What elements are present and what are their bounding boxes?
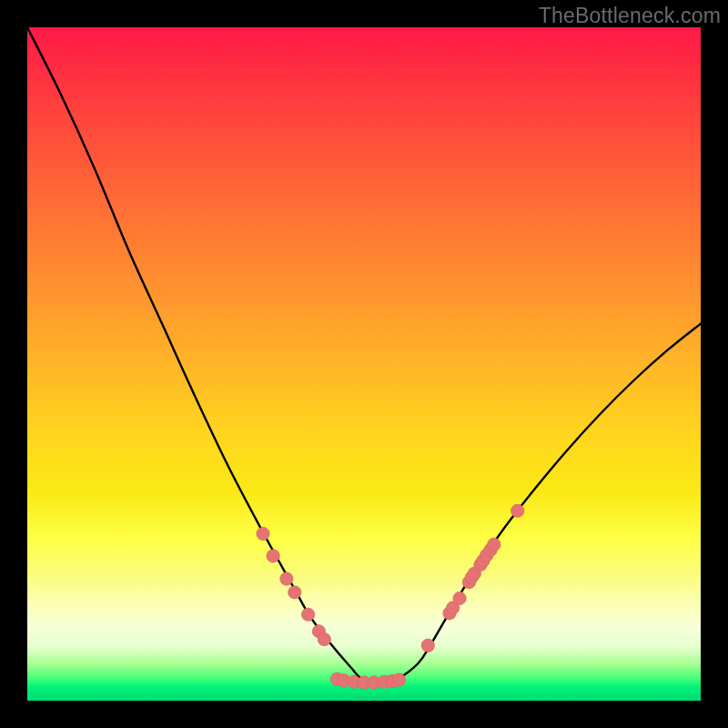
data-marker [301, 608, 314, 621]
data-marker [288, 586, 301, 599]
data-marker [267, 550, 279, 562]
data-marker [257, 527, 269, 540]
data-marker [421, 639, 434, 652]
data-marker [511, 504, 524, 517]
data-marker [392, 673, 405, 686]
watermark-text: TheBottleneck.com [539, 4, 721, 28]
data-marker [488, 538, 500, 551]
data-marker [453, 592, 466, 604]
chart-svg [27, 27, 701, 701]
bottleneck-curve [27, 27, 701, 684]
data-marker [280, 572, 293, 585]
chart-frame: TheBottleneck.com [0, 0, 728, 728]
data-marker [318, 632, 330, 645]
data-markers [257, 504, 524, 689]
